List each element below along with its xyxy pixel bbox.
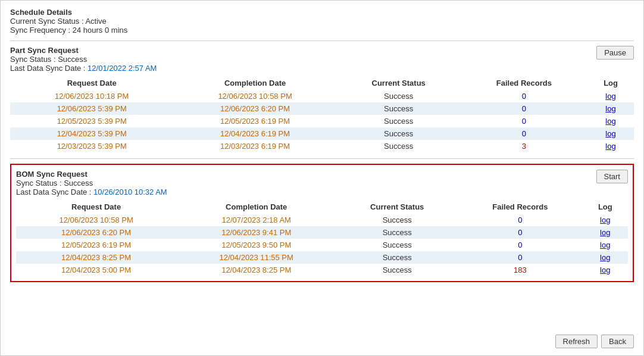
request-date-cell: 12/05/2023 6:19 PM	[61, 241, 131, 249]
bom-sync-last-date-value: 10/26/2010 10:32 AM	[93, 188, 167, 196]
schedule-details-title: Schedule Details	[10, 8, 634, 17]
failed-records-cell: 0	[518, 216, 522, 224]
bom-sync-table: Request Date Completion Date Current Sta…	[16, 200, 628, 276]
completion-date-cell: 12/05/2023 9:50 PM	[221, 241, 291, 249]
back-button[interactable]: Back	[601, 335, 634, 348]
bottom-buttons: Refresh Back	[555, 335, 634, 348]
request-date-cell: 12/06/2023 5:39 PM	[57, 104, 127, 113]
request-date-cell: 12/04/2023 5:39 PM	[57, 129, 127, 138]
part-sync-table-header: Request Date Completion Date Current Sta…	[10, 76, 634, 90]
status-cell: Success	[336, 264, 458, 276]
completion-date-cell: 12/06/2023 6:20 PM	[220, 104, 290, 113]
failed-records-cell: 0	[518, 253, 522, 262]
refresh-button[interactable]: Refresh	[555, 335, 598, 348]
log-link[interactable]: log	[600, 266, 610, 274]
part-sync-info: Part Sync Request Sync Status : Success …	[10, 46, 596, 73]
part-sync-table: Request Date Completion Date Current Sta…	[10, 76, 634, 152]
part-sync-last-date-label: Last Data Sync Date :	[10, 64, 87, 73]
request-date-cell: 12/05/2023 5:39 PM	[57, 117, 127, 126]
col-current-status-2: Current Status	[336, 200, 458, 214]
bom-sync-table-header: Request Date Completion Date Current Sta…	[16, 200, 628, 214]
completion-date-cell: 12/06/2023 10:58 PM	[218, 92, 292, 101]
failed-records-cell: 0	[522, 104, 526, 113]
log-link[interactable]: log	[600, 253, 610, 262]
completion-date-cell: 12/03/2023 6:19 PM	[220, 142, 290, 151]
part-sync-header: Part Sync Request Sync Status : Success …	[10, 46, 634, 73]
failed-records-cell: 3	[522, 142, 526, 151]
status-cell: Success	[337, 115, 461, 127]
table-row: 12/05/2023 6:19 PM 12/05/2023 9:50 PM Su…	[16, 239, 628, 251]
table-row: 12/06/2023 5:39 PM 12/06/2023 6:20 PM Su…	[10, 102, 634, 115]
log-link[interactable]: log	[600, 228, 610, 237]
failed-records-cell: 0	[522, 129, 526, 138]
completion-date-cell: 12/05/2023 6:19 PM	[220, 117, 290, 126]
log-link[interactable]: log	[605, 129, 615, 138]
request-date-cell: 12/06/2023 10:18 PM	[55, 92, 129, 101]
table-row: 12/06/2023 10:18 PM 12/06/2023 10:58 PM …	[10, 90, 634, 102]
status-cell: Success	[337, 102, 461, 115]
bom-sync-info: BOM Sync Request Sync Status : Success L…	[16, 170, 596, 196]
col-request-date-1: Request Date	[10, 76, 173, 90]
status-cell: Success	[336, 226, 458, 239]
completion-date-cell: 12/04/2023 6:19 PM	[220, 129, 290, 138]
table-row: 12/06/2023 10:58 PM 12/07/2023 2:18 AM S…	[16, 214, 628, 226]
request-date-cell: 12/06/2023 10:58 PM	[59, 216, 133, 224]
main-container: Schedule Details Current Sync Status : A…	[0, 0, 644, 356]
schedule-details-section: Schedule Details Current Sync Status : A…	[10, 8, 634, 35]
pause-button[interactable]: Pause	[596, 46, 634, 60]
failed-records-cell: 0	[518, 241, 522, 249]
log-link[interactable]: log	[605, 92, 615, 101]
part-sync-status: Sync Status : Success	[10, 55, 596, 64]
status-cell: Success	[336, 239, 458, 251]
col-completion-date-2: Completion Date	[176, 200, 336, 214]
request-date-cell: 12/06/2023 6:20 PM	[61, 228, 131, 237]
failed-records-cell: 183	[514, 266, 527, 274]
start-button[interactable]: Start	[596, 170, 628, 183]
completion-date-cell: 12/07/2023 2:18 AM	[222, 216, 291, 224]
part-sync-last-date: Last Data Sync Date : 12/01/2022 2:57 AM	[10, 64, 596, 73]
col-log-1: Log	[587, 76, 634, 90]
table-row: 12/04/2023 8:25 PM 12/04/2023 11:55 PM S…	[16, 251, 628, 264]
log-link[interactable]: log	[600, 241, 610, 249]
status-cell: Success	[337, 127, 461, 140]
status-cell: Success	[337, 90, 461, 102]
log-link[interactable]: log	[605, 142, 615, 151]
bom-sync-last-date-label: Last Data Sync Date :	[16, 188, 93, 196]
col-failed-records-1: Failed Records	[461, 76, 588, 90]
sync-status-label: Current Sync Status : Active	[10, 17, 634, 26]
table-row: 12/04/2023 5:39 PM 12/04/2023 6:19 PM Su…	[10, 127, 634, 140]
col-current-status-1: Current Status	[337, 76, 461, 90]
status-cell: Success	[337, 140, 461, 152]
sync-frequency-label: Sync Frequency : 24 hours 0 mins	[10, 26, 634, 35]
status-cell: Success	[336, 251, 458, 264]
bom-sync-status: Sync Status : Success	[16, 179, 596, 188]
col-failed-records-2: Failed Records	[458, 200, 582, 214]
part-sync-title: Part Sync Request	[10, 46, 596, 55]
part-sync-section: Part Sync Request Sync Status : Success …	[10, 46, 634, 152]
table-row: 12/06/2023 6:20 PM 12/06/2023 9:41 PM Su…	[16, 226, 628, 239]
completion-date-cell: 12/04/2023 8:25 PM	[221, 266, 291, 274]
divider-1	[10, 40, 634, 41]
request-date-cell: 12/04/2023 5:00 PM	[61, 266, 131, 274]
request-date-cell: 12/04/2023 8:25 PM	[61, 253, 131, 262]
part-sync-last-date-value: 12/01/2022 2:57 AM	[87, 64, 157, 73]
completion-date-cell: 12/04/2023 11:55 PM	[220, 253, 293, 262]
table-row: 12/05/2023 5:39 PM 12/05/2023 6:19 PM Su…	[10, 115, 634, 127]
bom-sync-section: BOM Sync Request Sync Status : Success L…	[10, 164, 634, 282]
status-cell: Success	[336, 214, 458, 226]
log-link[interactable]: log	[605, 117, 615, 126]
failed-records-cell: 0	[522, 117, 526, 126]
col-completion-date-1: Completion Date	[173, 76, 336, 90]
log-link[interactable]: log	[605, 104, 615, 113]
bom-sync-header: BOM Sync Request Sync Status : Success L…	[16, 170, 628, 196]
request-date-cell: 12/03/2023 5:39 PM	[57, 142, 127, 151]
table-row: 12/04/2023 5:00 PM 12/04/2023 8:25 PM Su…	[16, 264, 628, 276]
log-link[interactable]: log	[600, 216, 610, 224]
bom-sync-title: BOM Sync Request	[16, 170, 596, 179]
failed-records-cell: 0	[518, 228, 522, 237]
col-log-2: Log	[583, 200, 628, 214]
table-row: 12/03/2023 5:39 PM 12/03/2023 6:19 PM Su…	[10, 140, 634, 152]
bom-sync-last-date: Last Data Sync Date : 10/26/2010 10:32 A…	[16, 188, 596, 196]
divider-2	[10, 158, 634, 159]
completion-date-cell: 12/06/2023 9:41 PM	[221, 228, 291, 237]
